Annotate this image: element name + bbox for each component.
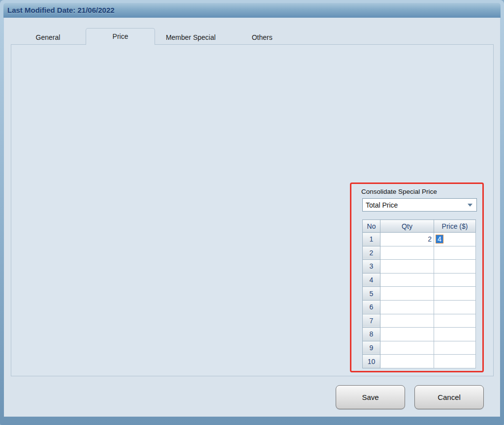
price-cell[interactable] <box>434 341 476 355</box>
qty-cell[interactable] <box>380 300 434 314</box>
price-cell[interactable] <box>434 314 476 328</box>
consolidate-table-row: 3 <box>363 260 476 273</box>
consolidate-table-row: 8 <box>363 328 476 341</box>
consolidate-table-row: 6 <box>363 300 476 314</box>
title-bar[interactable]: Last Modified Date: 21/06/2022 <box>3 3 501 18</box>
consolidate-price-table: No Qty Price ($) 1242345678910 <box>362 219 476 368</box>
row-no-cell: 1 <box>363 233 380 246</box>
consolidate-table-row: 2 <box>363 246 476 260</box>
qty-cell[interactable] <box>380 273 434 287</box>
tab-others[interactable]: Others <box>239 31 285 44</box>
row-no-cell: 6 <box>363 300 380 314</box>
consolidate-table-row: 7 <box>363 314 476 328</box>
consolidate-table-row: 10 <box>363 355 476 368</box>
consolidate-table-row: 124 <box>363 233 476 246</box>
tab-price[interactable]: Price <box>86 28 155 45</box>
price-cell[interactable]: 4 <box>434 233 476 246</box>
tab-general[interactable]: General <box>25 31 71 44</box>
price-cell[interactable] <box>434 273 476 287</box>
total-price-select[interactable]: Total Price <box>362 198 477 212</box>
qty-cell[interactable] <box>380 328 434 341</box>
table-header-qty: Qty <box>380 220 434 233</box>
consolidate-table-row: 9 <box>363 341 476 355</box>
total-price-value: Total Price <box>366 201 398 209</box>
window-title: Last Modified Date: 21/06/2022 <box>7 6 115 14</box>
qty-cell[interactable] <box>380 246 434 260</box>
save-button[interactable]: Save <box>336 385 405 409</box>
selected-text: 4 <box>436 235 443 243</box>
row-no-cell: 4 <box>363 273 380 287</box>
qty-cell[interactable] <box>380 341 434 355</box>
qty-cell[interactable] <box>380 314 434 328</box>
row-no-cell: 5 <box>363 287 380 301</box>
qty-cell[interactable] <box>380 260 434 273</box>
price-cell[interactable] <box>434 260 476 273</box>
price-cell[interactable] <box>434 287 476 301</box>
consolidate-special-price-title: Consolidate Special Price <box>361 188 437 195</box>
price-cell[interactable] <box>434 328 476 341</box>
qty-cell[interactable] <box>380 355 434 368</box>
price-cell[interactable] <box>434 300 476 314</box>
table-header-price: Price ($) <box>434 220 476 233</box>
row-no-cell: 3 <box>363 260 380 273</box>
price-cell[interactable] <box>434 246 476 260</box>
row-no-cell: 2 <box>363 246 380 260</box>
consolidate-special-price-panel: Consolidate Special Price Total Price No… <box>350 182 484 372</box>
cancel-button[interactable]: Cancel <box>414 385 484 409</box>
table-header-no: No <box>363 220 380 233</box>
row-no-cell: 8 <box>363 328 380 341</box>
chevron-down-icon <box>468 204 472 207</box>
qty-cell[interactable]: 2 <box>380 233 434 246</box>
row-no-cell: 10 <box>363 355 380 368</box>
qty-cell[interactable] <box>380 287 434 301</box>
consolidate-table-row: 5 <box>363 287 476 301</box>
row-no-cell: 7 <box>363 314 380 328</box>
tab-member-special[interactable]: Member Special <box>158 31 224 44</box>
price-cell[interactable] <box>434 355 476 368</box>
row-no-cell: 9 <box>363 341 380 355</box>
consolidate-table-row: 4 <box>363 273 476 287</box>
